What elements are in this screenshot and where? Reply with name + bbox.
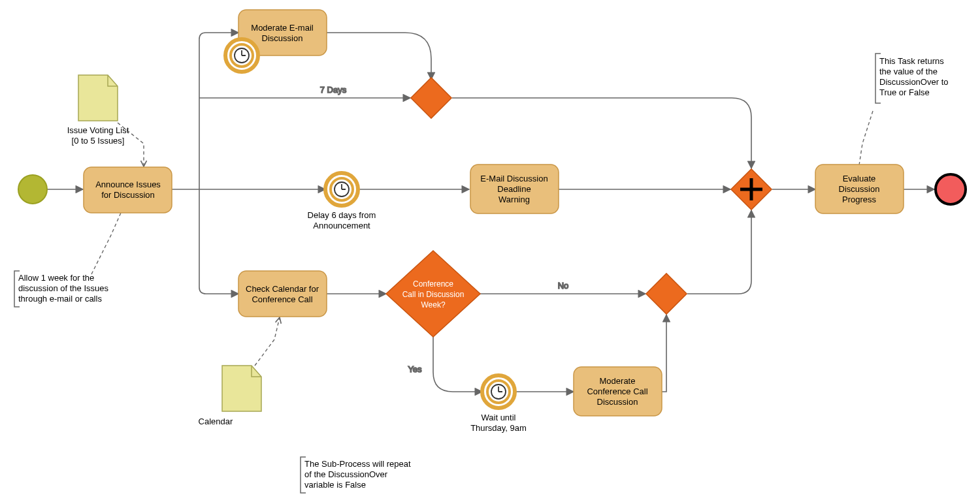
flow-merge2-join xyxy=(687,210,751,294)
timer-moderate-boundary[interactable] xyxy=(225,39,258,72)
task-announce-line1: Announce Issues xyxy=(95,180,161,189)
label-7days: 7 Days xyxy=(320,85,347,95)
gateway-merge-bottom[interactable] xyxy=(646,274,687,314)
flow-merge1-join xyxy=(452,98,751,168)
assoc-allowweek-announce xyxy=(91,213,121,274)
gateway-conf-call[interactable]: Conference Call in Discussion Week? xyxy=(386,251,480,337)
assoc-returns-evaluate xyxy=(859,111,873,165)
anno-sub-line2: of the DiscussionOver xyxy=(304,469,388,479)
task-check-line2: Conference Call xyxy=(252,294,312,304)
task-evaluate-line2: Discussion xyxy=(839,184,880,194)
gateway-merge-top[interactable] xyxy=(411,78,451,118)
anno-returns-line1: This Task returns xyxy=(879,56,944,66)
task-deadline-line2: Deadline xyxy=(497,184,531,194)
task-deadline-line1: E-Mail Discussion xyxy=(480,174,547,183)
annotation-allow-week: Allow 1 week for the discussion of the I… xyxy=(14,271,109,307)
svg-point-1 xyxy=(936,174,966,204)
task-deadline-line3: Warning xyxy=(498,195,530,204)
task-check-calendar[interactable]: Check Calendar for Conference Call xyxy=(238,271,327,317)
timer-delay-line2: Announcement xyxy=(313,221,370,230)
doc-voting-line1: Issue Voting List xyxy=(67,125,129,135)
anno-sub-line1: The Sub-Process will repeat xyxy=(304,459,411,469)
task-evaluate[interactable]: Evaluate Discussion Progress xyxy=(815,165,904,213)
anno-allow-line1: Allow 1 week for the xyxy=(18,273,94,283)
task-check-line1: Check Calendar for xyxy=(246,284,319,294)
doc-voting-line2: [0 to 5 Issues] xyxy=(72,136,125,146)
task-evaluate-line1: Evaluate xyxy=(843,174,876,183)
timer-wait-line2: Thursday, 9am xyxy=(470,423,527,433)
gateway-parallel-join[interactable] xyxy=(731,169,772,210)
flow-yes-timer xyxy=(433,337,482,392)
task-evaluate-line3: Progress xyxy=(842,195,877,204)
task-moderate-email-line2: Discussion xyxy=(262,33,303,43)
doc-calendar[interactable]: Calendar xyxy=(199,366,261,426)
task-announce[interactable]: Announce Issues for Discussion xyxy=(84,167,172,213)
svg-point-0 xyxy=(18,175,47,204)
label-no: No xyxy=(558,281,569,291)
svg-rect-10 xyxy=(646,274,687,314)
flow-moderate-merge1 xyxy=(327,33,431,80)
label-yes: Yes xyxy=(408,364,422,374)
svg-rect-8 xyxy=(411,78,451,118)
task-call-line2: Conference Call xyxy=(587,386,647,396)
annotation-task-returns: This Task returns the value of the Discu… xyxy=(875,54,948,103)
gateway-conf-line3: Week? xyxy=(421,300,445,309)
gateway-conf-line1: Conference xyxy=(413,279,453,289)
task-announce-line2: for Discussion xyxy=(101,190,155,200)
annotation-sub-repeat: The Sub-Process will repeat of the Discu… xyxy=(301,457,411,493)
task-call-line3: Discussion xyxy=(597,397,638,407)
task-moderate-email-line1: Moderate E-mail xyxy=(251,23,313,33)
timer-wait-line1: Wait until xyxy=(482,413,516,422)
task-call-line1: Moderate xyxy=(600,376,636,386)
anno-returns-line2: the value of the xyxy=(879,67,938,76)
anno-returns-line4: True or False xyxy=(879,87,930,97)
anno-allow-line2: discussion of the Issues xyxy=(18,283,109,293)
doc-voting-list[interactable]: Issue Voting List [0 to 5 Issues] xyxy=(67,75,129,146)
anno-sub-line3: variable is False xyxy=(304,480,366,490)
timer-delay-6days[interactable]: Delay 6 days from Announcement xyxy=(308,173,376,230)
gateway-conf-line2: Call in Discussion xyxy=(402,290,465,299)
anno-returns-line3: DiscussionOver to xyxy=(879,77,948,87)
assoc-calendar-check xyxy=(255,317,280,366)
task-deadline-warning[interactable]: E-Mail Discussion Deadline Warning xyxy=(470,165,559,213)
doc-calendar-label: Calendar xyxy=(199,417,233,426)
flow-to-check-calendar xyxy=(199,189,238,294)
timer-wait-thursday[interactable]: Wait until Thursday, 9am xyxy=(470,375,527,433)
associations xyxy=(91,111,873,366)
start-event[interactable] xyxy=(18,175,47,204)
bpmn-diagram: 7 Days No Yes xyxy=(0,0,980,504)
anno-allow-line3: through e-mail or calls xyxy=(18,294,102,304)
task-moderate-call[interactable]: Moderate Conference Call Discussion xyxy=(574,367,662,416)
end-event[interactable] xyxy=(936,174,966,204)
timer-delay-line1: Delay 6 days from xyxy=(308,210,376,220)
